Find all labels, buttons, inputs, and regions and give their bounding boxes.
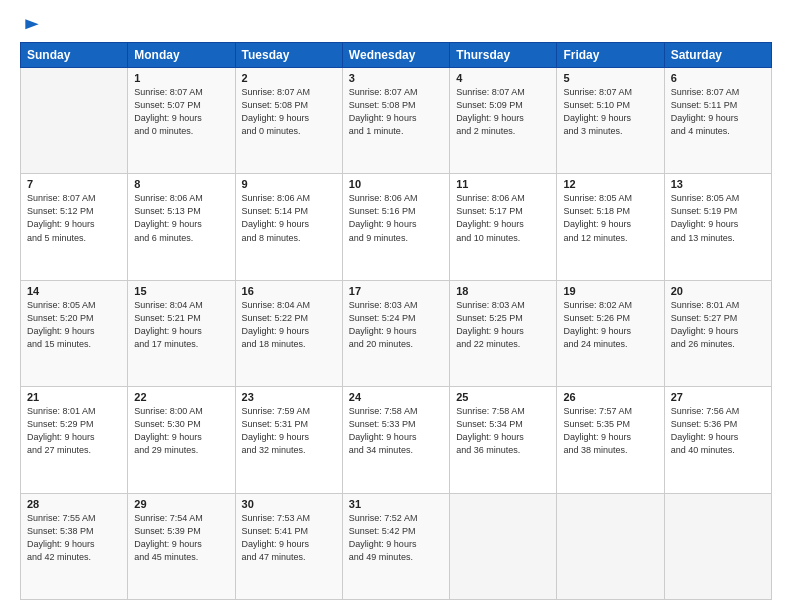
header <box>20 16 772 32</box>
day-number: 9 <box>242 178 336 190</box>
column-header-thursday: Thursday <box>450 43 557 68</box>
calendar-cell <box>450 493 557 599</box>
calendar-cell <box>21 68 128 174</box>
day-number: 10 <box>349 178 443 190</box>
column-header-monday: Monday <box>128 43 235 68</box>
calendar-cell: 4Sunrise: 8:07 AM Sunset: 5:09 PM Daylig… <box>450 68 557 174</box>
day-info: Sunrise: 7:58 AM Sunset: 5:34 PM Dayligh… <box>456 405 550 457</box>
calendar-cell: 29Sunrise: 7:54 AM Sunset: 5:39 PM Dayli… <box>128 493 235 599</box>
day-number: 22 <box>134 391 228 403</box>
day-number: 29 <box>134 498 228 510</box>
calendar-cell: 27Sunrise: 7:56 AM Sunset: 5:36 PM Dayli… <box>664 387 771 493</box>
column-header-wednesday: Wednesday <box>342 43 449 68</box>
day-number: 30 <box>242 498 336 510</box>
day-info: Sunrise: 8:05 AM Sunset: 5:20 PM Dayligh… <box>27 299 121 351</box>
calendar-cell <box>664 493 771 599</box>
calendar-cell: 15Sunrise: 8:04 AM Sunset: 5:21 PM Dayli… <box>128 280 235 386</box>
day-number: 25 <box>456 391 550 403</box>
day-info: Sunrise: 8:06 AM Sunset: 5:17 PM Dayligh… <box>456 192 550 244</box>
day-info: Sunrise: 8:07 AM Sunset: 5:09 PM Dayligh… <box>456 86 550 138</box>
day-number: 15 <box>134 285 228 297</box>
day-info: Sunrise: 7:55 AM Sunset: 5:38 PM Dayligh… <box>27 512 121 564</box>
calendar-cell: 7Sunrise: 8:07 AM Sunset: 5:12 PM Daylig… <box>21 174 128 280</box>
day-number: 14 <box>27 285 121 297</box>
day-number: 24 <box>349 391 443 403</box>
calendar-cell: 23Sunrise: 7:59 AM Sunset: 5:31 PM Dayli… <box>235 387 342 493</box>
day-number: 2 <box>242 72 336 84</box>
day-number: 16 <box>242 285 336 297</box>
day-info: Sunrise: 7:54 AM Sunset: 5:39 PM Dayligh… <box>134 512 228 564</box>
calendar-cell: 31Sunrise: 7:52 AM Sunset: 5:42 PM Dayli… <box>342 493 449 599</box>
day-info: Sunrise: 8:06 AM Sunset: 5:14 PM Dayligh… <box>242 192 336 244</box>
calendar-cell: 9Sunrise: 8:06 AM Sunset: 5:14 PM Daylig… <box>235 174 342 280</box>
day-number: 23 <box>242 391 336 403</box>
day-info: Sunrise: 8:04 AM Sunset: 5:22 PM Dayligh… <box>242 299 336 351</box>
calendar-cell: 22Sunrise: 8:00 AM Sunset: 5:30 PM Dayli… <box>128 387 235 493</box>
logo-flag-icon <box>22 16 42 36</box>
calendar-cell: 8Sunrise: 8:06 AM Sunset: 5:13 PM Daylig… <box>128 174 235 280</box>
calendar-cell: 18Sunrise: 8:03 AM Sunset: 5:25 PM Dayli… <box>450 280 557 386</box>
day-number: 18 <box>456 285 550 297</box>
day-number: 5 <box>563 72 657 84</box>
calendar-week-row: 7Sunrise: 8:07 AM Sunset: 5:12 PM Daylig… <box>21 174 772 280</box>
column-header-friday: Friday <box>557 43 664 68</box>
calendar-cell: 25Sunrise: 7:58 AM Sunset: 5:34 PM Dayli… <box>450 387 557 493</box>
day-info: Sunrise: 8:02 AM Sunset: 5:26 PM Dayligh… <box>563 299 657 351</box>
column-header-sunday: Sunday <box>21 43 128 68</box>
day-number: 7 <box>27 178 121 190</box>
day-number: 19 <box>563 285 657 297</box>
day-number: 20 <box>671 285 765 297</box>
day-number: 28 <box>27 498 121 510</box>
day-number: 12 <box>563 178 657 190</box>
column-header-tuesday: Tuesday <box>235 43 342 68</box>
day-info: Sunrise: 7:53 AM Sunset: 5:41 PM Dayligh… <box>242 512 336 564</box>
day-number: 1 <box>134 72 228 84</box>
day-number: 17 <box>349 285 443 297</box>
logo <box>20 16 42 32</box>
day-info: Sunrise: 8:07 AM Sunset: 5:10 PM Dayligh… <box>563 86 657 138</box>
calendar-week-row: 21Sunrise: 8:01 AM Sunset: 5:29 PM Dayli… <box>21 387 772 493</box>
calendar-cell: 3Sunrise: 8:07 AM Sunset: 5:08 PM Daylig… <box>342 68 449 174</box>
calendar-cell: 2Sunrise: 8:07 AM Sunset: 5:08 PM Daylig… <box>235 68 342 174</box>
calendar-cell: 11Sunrise: 8:06 AM Sunset: 5:17 PM Dayli… <box>450 174 557 280</box>
day-number: 13 <box>671 178 765 190</box>
day-info: Sunrise: 8:03 AM Sunset: 5:25 PM Dayligh… <box>456 299 550 351</box>
day-info: Sunrise: 8:01 AM Sunset: 5:27 PM Dayligh… <box>671 299 765 351</box>
day-info: Sunrise: 7:59 AM Sunset: 5:31 PM Dayligh… <box>242 405 336 457</box>
day-info: Sunrise: 8:07 AM Sunset: 5:12 PM Dayligh… <box>27 192 121 244</box>
calendar-cell: 10Sunrise: 8:06 AM Sunset: 5:16 PM Dayli… <box>342 174 449 280</box>
calendar-cell: 16Sunrise: 8:04 AM Sunset: 5:22 PM Dayli… <box>235 280 342 386</box>
calendar-cell: 14Sunrise: 8:05 AM Sunset: 5:20 PM Dayli… <box>21 280 128 386</box>
day-info: Sunrise: 8:01 AM Sunset: 5:29 PM Dayligh… <box>27 405 121 457</box>
day-info: Sunrise: 8:07 AM Sunset: 5:08 PM Dayligh… <box>242 86 336 138</box>
day-info: Sunrise: 8:07 AM Sunset: 5:08 PM Dayligh… <box>349 86 443 138</box>
day-info: Sunrise: 7:58 AM Sunset: 5:33 PM Dayligh… <box>349 405 443 457</box>
day-info: Sunrise: 8:06 AM Sunset: 5:13 PM Dayligh… <box>134 192 228 244</box>
calendar-cell: 21Sunrise: 8:01 AM Sunset: 5:29 PM Dayli… <box>21 387 128 493</box>
calendar-cell <box>557 493 664 599</box>
calendar-page: SundayMondayTuesdayWednesdayThursdayFrid… <box>0 0 792 612</box>
day-info: Sunrise: 8:03 AM Sunset: 5:24 PM Dayligh… <box>349 299 443 351</box>
calendar-cell: 20Sunrise: 8:01 AM Sunset: 5:27 PM Dayli… <box>664 280 771 386</box>
calendar-cell: 5Sunrise: 8:07 AM Sunset: 5:10 PM Daylig… <box>557 68 664 174</box>
day-number: 26 <box>563 391 657 403</box>
day-info: Sunrise: 8:07 AM Sunset: 5:07 PM Dayligh… <box>134 86 228 138</box>
calendar-week-row: 1Sunrise: 8:07 AM Sunset: 5:07 PM Daylig… <box>21 68 772 174</box>
calendar-cell: 28Sunrise: 7:55 AM Sunset: 5:38 PM Dayli… <box>21 493 128 599</box>
day-number: 27 <box>671 391 765 403</box>
calendar-cell: 17Sunrise: 8:03 AM Sunset: 5:24 PM Dayli… <box>342 280 449 386</box>
day-number: 21 <box>27 391 121 403</box>
calendar-cell: 24Sunrise: 7:58 AM Sunset: 5:33 PM Dayli… <box>342 387 449 493</box>
day-info: Sunrise: 8:05 AM Sunset: 5:18 PM Dayligh… <box>563 192 657 244</box>
day-info: Sunrise: 7:57 AM Sunset: 5:35 PM Dayligh… <box>563 405 657 457</box>
day-number: 11 <box>456 178 550 190</box>
calendar-cell: 26Sunrise: 7:57 AM Sunset: 5:35 PM Dayli… <box>557 387 664 493</box>
day-number: 8 <box>134 178 228 190</box>
column-header-saturday: Saturday <box>664 43 771 68</box>
svg-marker-0 <box>25 19 38 29</box>
day-number: 4 <box>456 72 550 84</box>
day-info: Sunrise: 7:56 AM Sunset: 5:36 PM Dayligh… <box>671 405 765 457</box>
calendar-week-row: 14Sunrise: 8:05 AM Sunset: 5:20 PM Dayli… <box>21 280 772 386</box>
calendar-cell: 30Sunrise: 7:53 AM Sunset: 5:41 PM Dayli… <box>235 493 342 599</box>
calendar-cell: 12Sunrise: 8:05 AM Sunset: 5:18 PM Dayli… <box>557 174 664 280</box>
